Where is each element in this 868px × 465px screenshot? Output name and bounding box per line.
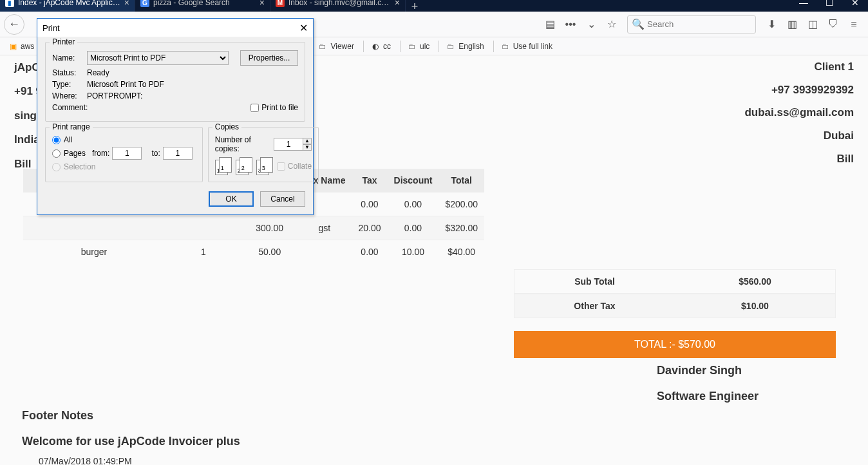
print-dialog: Print ✕ Printer Name: Microsoft Print to… [37, 18, 314, 215]
dialog-title-bar[interactable]: Print ✕ [37, 19, 313, 37]
radio-selection: Selection [52, 162, 196, 171]
status-label: Status: [52, 68, 87, 77]
footer-block: Footer Notes Welcome for use jApCode Inv… [22, 403, 240, 454]
properties-button[interactable]: Properties... [240, 50, 298, 66]
spin-down-icon[interactable]: ▼ [303, 144, 312, 151]
type-value: Microsoft Print To PDF [87, 80, 164, 89]
tab-label: Inbox - singh.mvc@gmail.com [288, 0, 391, 7]
folder-icon: 🗀 [407, 41, 417, 52]
name-label: Name: [52, 53, 87, 62]
col-discount: Discount [388, 169, 439, 193]
menu-icon[interactable]: ≡ [845, 15, 863, 33]
to-input[interactable] [163, 147, 193, 160]
sub-total-value: $560.00 [675, 270, 835, 293]
where-label: Where: [52, 91, 87, 100]
cancel-button[interactable]: Cancel [260, 191, 305, 207]
copies-fieldset: Copies Number of copies: ▲▼ 11 22 33 Col… [208, 127, 319, 182]
table-row: burger150.000.0010.00$40.00 [23, 240, 484, 264]
print-range-fieldset: Print range All Pages from: to: Selectio… [45, 127, 203, 182]
legend: Copies [212, 122, 241, 131]
radio-pages[interactable]: Pages [52, 149, 86, 158]
pocket-icon[interactable]: ⌄ [582, 15, 600, 33]
tab-favicon: M [276, 0, 285, 7]
signer-name: Davinder Singh [657, 358, 759, 384]
tab-favicon: ▮ [5, 0, 14, 7]
bookmark-item[interactable]: 🗀Use full link [496, 40, 556, 53]
aws-icon: ▣ [8, 41, 18, 52]
from-label: from: [92, 149, 109, 158]
timestamp: 07/May/2018 01:49:PM [39, 456, 132, 465]
print-to-file-checkbox[interactable]: Print to file [250, 103, 298, 112]
reader-icon[interactable]: ▤ [541, 15, 559, 33]
spin-up-icon[interactable]: ▲ [303, 138, 312, 144]
summary-block: Sub Total $560.00 Other Tax $10.00 TOTAL… [514, 269, 836, 358]
legend: Printer [50, 37, 77, 46]
tab-favicon: G [140, 0, 149, 7]
folder-icon: 🗀 [446, 41, 456, 52]
bookmark-item[interactable]: 🗀ulc [403, 40, 433, 53]
other-tax-label: Other Tax [514, 294, 675, 318]
client-city: Dubai [744, 124, 854, 147]
browser-tab[interactable]: ▮ Index - jApCode Mvc Applicati… × [0, 0, 135, 12]
printer-fieldset: Printer Name: Microsoft Print to PDF Pro… [45, 42, 305, 122]
client-block: Client 1 +97 3939929392 dubai.ss@gmail.c… [744, 55, 854, 170]
to-label: to: [151, 149, 160, 158]
grand-total-bar: TOTAL :- $570.00 [514, 331, 836, 358]
summary-row: Other Tax $10.00 [514, 294, 836, 318]
client-email: dubai.ss@gmail.com [744, 101, 854, 124]
close-icon[interactable]: ✕ [299, 22, 308, 34]
close-icon[interactable]: × [259, 0, 265, 8]
num-copies-label: Number of copies: [215, 135, 274, 153]
minimize-button[interactable]: — [791, 0, 816, 12]
collate-checkbox[interactable]: Collate [277, 162, 312, 171]
star-icon[interactable]: ☆ [603, 15, 621, 33]
browser-tab[interactable]: G pizza - Google Search × [135, 0, 270, 12]
sub-total-label: Sub Total [514, 270, 675, 293]
search-icon: 🔍 [632, 18, 645, 30]
footer-text: Welcome for use jApCode Invoicer plus [22, 429, 240, 455]
more-icon[interactable]: ••• [561, 15, 580, 33]
search-box[interactable]: 🔍 [627, 15, 756, 33]
radio-all[interactable]: All [52, 135, 196, 144]
client-name: Client 1 [744, 55, 854, 79]
sidebar-icon[interactable]: ◫ [804, 15, 822, 33]
downloads-icon[interactable]: ⬇ [762, 15, 780, 33]
shield-icon[interactable]: ⛉ [824, 15, 842, 33]
tab-label: Index - jApCode Mvc Applicati… [18, 0, 120, 7]
maximize-button[interactable]: ☐ [816, 0, 842, 12]
bookmark-item[interactable]: ▣aws [4, 40, 38, 53]
library-icon[interactable]: ▥ [783, 15, 801, 33]
col-total: Total [439, 169, 484, 193]
type-label: Type: [52, 80, 87, 89]
bill-label: Bill [744, 147, 854, 171]
collate-icon: 11 [215, 157, 232, 175]
printer-select[interactable]: Microsoft Print to PDF [87, 51, 229, 65]
col-tax: Tax [352, 169, 387, 193]
folder-icon: 🗀 [500, 41, 511, 52]
summary-row: Sub Total $560.00 [514, 269, 836, 294]
close-window-button[interactable]: ✕ [842, 0, 868, 12]
browser-tab[interactable]: M Inbox - singh.mvc@gmail.com × [270, 0, 406, 12]
from-input[interactable] [112, 147, 142, 160]
close-icon[interactable]: × [395, 0, 400, 8]
status-value: Ready [87, 68, 109, 77]
bookmark-item[interactable]: 🗀English [442, 40, 487, 53]
bookmark-item[interactable]: 🗀Viewer [314, 40, 357, 53]
ok-button[interactable]: OK [209, 191, 254, 207]
cc-icon: ◐ [370, 41, 381, 52]
browser-tab-bar: ▮ Index - jApCode Mvc Applicati… × G piz… [0, 0, 868, 12]
signer-title: Software Engineer [657, 384, 759, 410]
folder-icon: 🗀 [317, 41, 328, 52]
bookmark-item[interactable]: ◐cc [366, 40, 395, 53]
back-button[interactable]: ← [4, 14, 24, 35]
collate-icon: 22 [236, 157, 252, 175]
copies-input[interactable] [274, 138, 303, 151]
tab-label: pizza - Google Search [153, 0, 256, 7]
comment-label: Comment: [52, 103, 87, 112]
signer-block: Davinder Singh Software Engineer [657, 358, 759, 409]
new-tab-button[interactable]: + [406, 0, 424, 14]
collate-icon: 33 [256, 157, 273, 175]
where-value: PORTPROMPT: [87, 91, 142, 100]
search-input[interactable] [647, 19, 755, 29]
close-icon[interactable]: × [124, 0, 129, 8]
